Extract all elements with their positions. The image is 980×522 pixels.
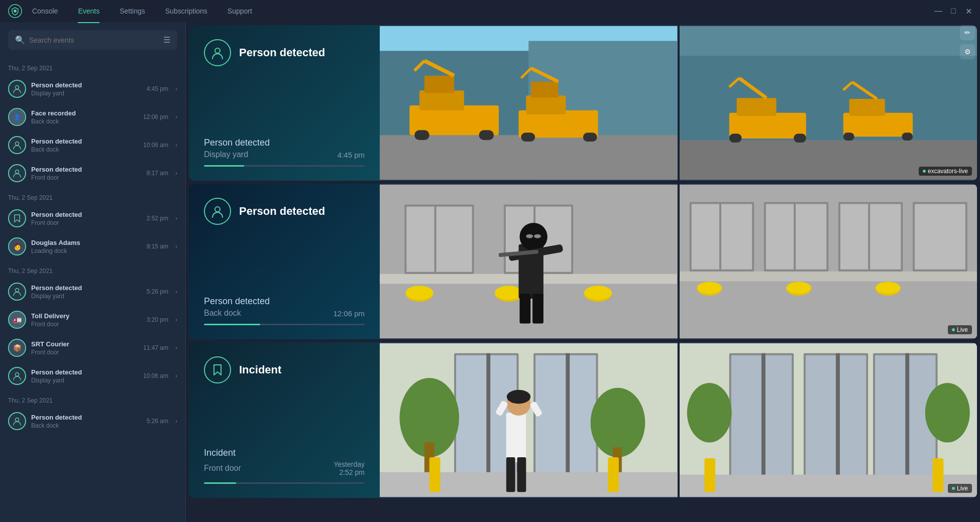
svg-rect-99 [429,457,441,492]
date-group-4: Thu, 2 Sep 2021 [0,390,185,407]
live-dot-2 [952,328,955,331]
nav-settings[interactable]: Settings [120,5,145,17]
settings-button[interactable]: ⚙ [960,44,975,59]
list-item[interactable]: Person detected Front door 8:17 am › [0,159,185,187]
window-controls: — □ ✕ [935,8,972,15]
list-item[interactable]: 📦 SRT Courier Front door 11:47 am › [0,334,185,362]
avatar [8,283,26,301]
event-location: Display yard [31,90,142,97]
card-progress-fill-1 [204,165,244,167]
chevron-right-icon: › [175,170,177,177]
avatar: 📦 [8,339,26,357]
filter-icon[interactable]: ☰ [163,35,170,45]
event-time: 10:06 am [143,142,168,149]
event-location: Front door [31,219,142,226]
card-progress-fill-2 [204,324,260,325]
svg-rect-123 [932,458,943,492]
svg-rect-24 [583,133,597,142]
avatar: 🧑 [8,237,26,255]
list-item[interactable]: Person detected Back dock 10:06 am › [0,131,185,159]
chevron-right-icon: › [175,243,177,250]
svg-point-60 [526,234,533,238]
live-badge-3: Live [948,484,972,493]
camera-feed-2a[interactable] [380,184,678,339]
card-event-type-1: Person detected [239,46,325,59]
chevron-right-icon: › [175,372,177,379]
list-item[interactable]: 👤 Face recorded Back dock 12:06 pm › [0,103,185,131]
card-person-icon-1 [204,39,231,66]
svg-point-5 [16,289,19,292]
svg-rect-32 [729,134,741,143]
edit-button[interactable]: ✏ [960,25,975,40]
nav-events[interactable]: Events [78,5,99,17]
minimize-button[interactable]: — [935,8,942,15]
avatar [8,80,26,98]
nav-console[interactable]: Console [32,5,58,17]
event-location: Display yard [31,377,138,384]
svg-rect-65 [532,294,543,323]
list-item[interactable]: Person detected Display yard 10:06 am › [0,362,185,390]
list-item[interactable]: Person detected Back dock 5:26 am › [0,407,185,435]
svg-rect-14 [419,90,464,110]
camera-feed-3b[interactable]: Live [680,342,977,498]
svg-rect-36 [843,113,912,137]
svg-rect-31 [736,98,776,116]
search-bar[interactable]: 🔍 ☰ [8,30,177,50]
event-location: Front door [31,174,142,181]
list-item[interactable]: 🚛 Toll Delivery Front door 3:20 pm › [0,306,185,334]
app-logo [8,4,22,18]
svg-point-8 [215,48,220,53]
svg-rect-38 [843,133,854,141]
nav-subscriptions[interactable]: Subscriptions [165,5,207,17]
svg-point-3 [16,142,19,146]
svg-rect-16 [414,130,429,140]
list-item[interactable]: Person detected Display yard 5:26 pm › [0,278,185,306]
card-progress-fill-3 [204,482,236,484]
event-time: 5:26 am [147,418,168,425]
event-title: Toll Delivery [31,312,142,320]
card-bookmark-icon-3 [204,356,231,383]
event-location: Back dock [31,146,138,153]
list-item[interactable]: Person detected Front door 2:52 pm › [0,204,185,232]
date-group-1: Thu, 2 Sep 2021 [0,58,185,75]
event-card-3: Incident Incident Front door Yesterday 2… [189,342,977,498]
card-person-icon-2 [204,198,231,225]
list-item[interactable]: Person detected Display yard 4:45 pm › [0,75,185,103]
svg-rect-100 [608,457,619,492]
svg-point-4 [16,170,19,174]
event-time: 5:26 pm [147,288,168,295]
card-time-label-3: Yesterday [334,460,365,468]
event-title: Person detected [31,284,142,292]
event-title: Person detected [31,368,138,376]
svg-rect-70 [719,204,721,269]
camera-feed-2b[interactable]: Live [680,184,977,339]
event-location: Front door [31,349,138,356]
nav-support[interactable]: Support [228,5,252,17]
avatar [8,412,26,430]
event-title: Person detected [31,81,142,89]
maximize-button[interactable]: □ [950,8,957,15]
svg-point-103 [507,390,530,404]
svg-rect-93 [566,353,570,482]
svg-rect-64 [519,294,530,323]
svg-rect-30 [729,113,806,139]
close-button[interactable]: ✕ [965,8,972,15]
svg-rect-47 [434,206,437,272]
chevron-right-icon: › [175,418,177,425]
content-actions: ✏ ⚙ [960,25,975,59]
search-input[interactable] [29,36,159,44]
camera-feed-3a[interactable] [380,342,678,498]
svg-rect-79 [680,282,977,339]
list-item[interactable]: 🧑 Douglas Adams Loading dock 9:15 am › [0,232,185,260]
card-location-1: Display yard [204,150,248,159]
svg-rect-17 [479,130,494,140]
card-time-1: 4:45 pm [338,151,365,159]
event-title: Person detected [31,211,142,218]
svg-point-55 [495,286,522,300]
svg-rect-23 [521,133,535,142]
date-group-2: Thu, 2 Sep 2021 [0,187,185,204]
camera-feed-1a[interactable] [380,25,678,181]
events-list: Thu, 2 Sep 2021 Person detected Display … [0,58,185,522]
card-event-name-1: Person detected [204,138,365,148]
camera-feed-1b[interactable]: excavators-live [680,25,977,181]
